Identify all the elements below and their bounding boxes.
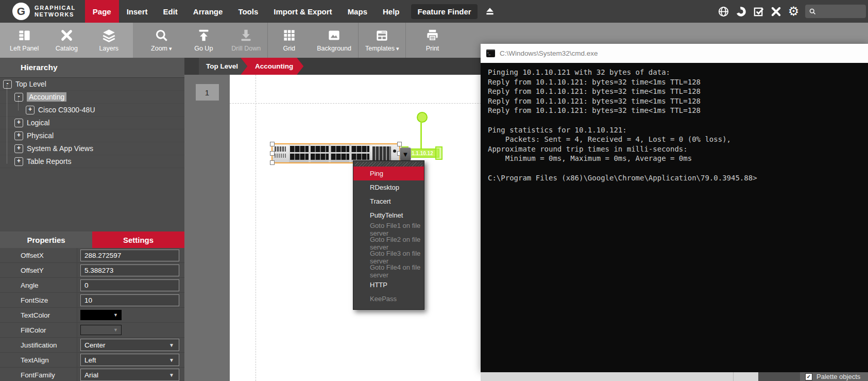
page-number-box[interactable]: 1 — [196, 84, 219, 101]
background-image-icon — [327, 28, 341, 42]
catalog-button[interactable]: Catalog — [45, 23, 88, 58]
collapse-icon[interactable]: - — [14, 93, 23, 102]
offsetx-field[interactable]: 288.272597 — [80, 250, 179, 261]
tasks-checkbox-icon[interactable] — [753, 6, 764, 18]
context-menu-item-keepass: KeePass — [353, 292, 424, 306]
context-menu-item-ping[interactable]: Ping — [353, 167, 424, 180]
cmd-title-bar[interactable]: C:\Windows\System32\cmd.exe — [481, 44, 868, 63]
switch-faceplate-left — [273, 144, 289, 162]
context-menu-grip[interactable] — [355, 162, 422, 167]
search-input[interactable] — [805, 5, 866, 18]
expand-icon[interactable]: + — [14, 157, 23, 166]
status-strip-segment — [758, 372, 800, 381]
grid-button[interactable]: Grid — [268, 23, 310, 58]
menu-item-page[interactable]: Page — [85, 0, 119, 23]
catalog-tools-icon — [60, 28, 74, 42]
expand-icon[interactable]: + — [14, 131, 23, 140]
hierarchy-tree: - Top Level - Accounting + Cisco C9300-4… — [0, 78, 184, 168]
fillcolor-swatch-dropdown[interactable]: ▼ — [80, 325, 122, 335]
node-selection-handle[interactable] — [435, 146, 442, 160]
settings-gear-icon[interactable]: ⚙ — [788, 6, 799, 18]
context-menu-item-puttytelnet[interactable]: PuttyTelnet — [353, 208, 424, 222]
angle-field[interactable]: 0 — [80, 279, 179, 291]
chevron-down-icon: ▼ — [169, 372, 174, 378]
property-row-fillcolor: FillColor ▼ — [0, 323, 184, 338]
menu-item-tools[interactable]: Tools — [230, 0, 266, 23]
expand-icon[interactable]: + — [14, 144, 23, 153]
tab-settings[interactable]: Settings — [92, 231, 184, 248]
tree-node-physical[interactable]: + Physical — [0, 129, 184, 142]
layers-button[interactable]: Layers — [88, 23, 130, 58]
templates-button[interactable]: Templates — [359, 23, 406, 58]
selection-handle[interactable] — [270, 160, 275, 165]
tree-node-label: Cisco C9300-48U — [38, 106, 95, 114]
go-up-icon — [197, 28, 211, 42]
selection-handle[interactable] — [270, 151, 275, 156]
templates-label: Templates — [365, 45, 399, 52]
left-panel-button[interactable]: Left Panel — [3, 23, 45, 58]
left-panel-icon — [18, 28, 31, 42]
collapse-icon[interactable]: - — [3, 80, 12, 89]
go-up-button[interactable]: Go Up — [182, 23, 225, 58]
property-row-fontsize: FontSize 10 — [0, 293, 184, 308]
tree-node-system-app-views[interactable]: + System & App Views — [0, 142, 184, 155]
menu-item-arrange[interactable]: Arrange — [185, 0, 231, 23]
expand-icon[interactable]: + — [14, 119, 23, 127]
feature-finder-button[interactable]: Feature Finder — [411, 4, 477, 19]
fontsize-field[interactable]: 10 — [80, 294, 179, 306]
tree-node-accounting[interactable]: - Accounting — [0, 91, 184, 104]
property-row-offsetx: OffsetX 288.272597 — [0, 248, 184, 263]
tree-node-top-level[interactable]: - Top Level — [0, 78, 184, 91]
tree-node-cisco-c9300[interactable]: + Cisco C9300-48U — [0, 104, 184, 117]
select-value: Left — [84, 356, 96, 364]
layers-label: Layers — [99, 45, 119, 52]
property-label: FontFamily — [0, 368, 77, 381]
menu-item-maps[interactable]: Maps — [340, 0, 375, 23]
textalign-select[interactable]: Left▼ — [80, 354, 179, 366]
chevron-down-icon: ▼ — [113, 327, 118, 333]
fontfamily-select[interactable]: Arial▼ — [80, 369, 179, 381]
reports-donut-icon[interactable] — [735, 6, 747, 18]
switch-port-field — [289, 144, 370, 162]
menu-item-insert[interactable]: Insert — [119, 0, 156, 23]
selection-handle[interactable] — [397, 142, 402, 146]
device-actions-dropdown-button[interactable]: ▼ — [400, 147, 411, 161]
monitor-status-node[interactable] — [417, 112, 428, 123]
selection-handle[interactable] — [270, 142, 275, 146]
admin-tools-icon[interactable] — [770, 6, 782, 18]
zoom-button[interactable]: Zoom — [140, 23, 182, 58]
print-label: Print — [426, 45, 439, 52]
bottom-status-strip: Palette objects — [481, 372, 868, 381]
tree-node-logical[interactable]: + Logical — [0, 117, 184, 129]
tab-properties[interactable]: Properties — [0, 231, 92, 248]
breadcrumb-top-level[interactable]: Top Level — [199, 58, 247, 75]
tree-node-label: Top Level — [15, 80, 46, 88]
templates-icon — [375, 28, 389, 42]
left-panel: Hierarchy - Top Level - Accounting + Cis… — [0, 58, 184, 381]
justification-select[interactable]: Center▼ — [80, 339, 179, 351]
context-menu-item-goto-file1: Goto File1 on file server — [353, 222, 424, 236]
print-icon — [426, 28, 439, 42]
context-menu-item-http[interactable]: HTTP — [353, 278, 424, 292]
tree-node-label: Table Reports — [27, 157, 71, 165]
globe-icon[interactable] — [718, 6, 729, 18]
expand-icon[interactable]: + — [26, 106, 35, 114]
offsety-field[interactable]: 5.388273 — [80, 264, 179, 276]
menu-item-edit[interactable]: Edit — [156, 0, 185, 23]
zoom-label: Zoom — [151, 45, 172, 52]
textcolor-swatch-dropdown[interactable]: ▼ — [80, 310, 122, 320]
menu-item-help[interactable]: Help — [375, 0, 407, 23]
app-logo: G GRAPHICAL NETWORKS — [12, 3, 76, 20]
status-strip-segment — [481, 372, 734, 381]
tree-node-table-reports[interactable]: + Table Reports — [0, 155, 184, 168]
page-selector-strip: 1 — [184, 75, 230, 381]
cmd-console-output: Pinging 10.1.10.121 with 32 bytes of dat… — [481, 63, 868, 372]
background-button[interactable]: Background — [310, 23, 358, 58]
context-menu-item-rdesktop[interactable]: RDesktop — [353, 180, 424, 194]
palette-objects-checkbox[interactable] — [805, 373, 812, 380]
context-menu-item-tracert[interactable]: Tracert — [353, 194, 424, 208]
print-button[interactable]: Print — [411, 23, 453, 58]
eject-icon[interactable] — [485, 6, 495, 16]
menu-item-import-export[interactable]: Import & Export — [266, 0, 339, 23]
breadcrumb-accounting[interactable]: Accounting — [241, 58, 303, 75]
